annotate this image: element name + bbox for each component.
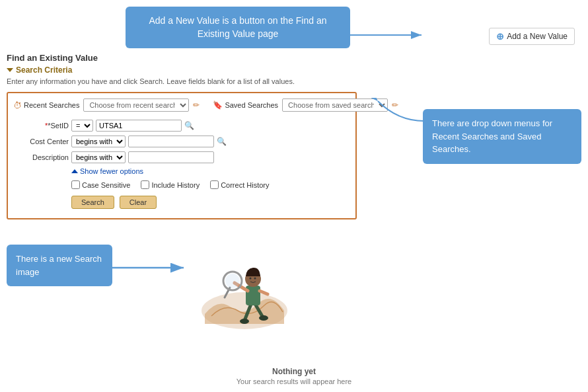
setid-label: **SetID	[16, 122, 69, 130]
edit-recent-icon[interactable]: ✏	[193, 100, 200, 110]
search-criteria-label: Search Criteria	[16, 65, 72, 75]
search-criteria-header: Search Criteria	[7, 65, 581, 75]
nothing-yet-section: Nothing yet Your search results will app…	[228, 367, 360, 385]
include-history-checkbox-label[interactable]: Include History	[141, 180, 200, 189]
nothing-yet-title: Nothing yet	[228, 367, 360, 376]
bookmark-icon: 🔖	[213, 100, 223, 110]
arrow-bottom-right	[112, 258, 192, 278]
checkboxes-row: Case Sensitive Include History Correct H…	[71, 180, 348, 189]
callout-bottom-left: There is a new Search image	[7, 245, 112, 286]
main-container: Add a New Value is a button on the Find …	[0, 0, 588, 392]
description-row: Description begins with	[16, 151, 348, 163]
show-fewer-link[interactable]: Show fewer options	[71, 167, 348, 175]
search-box: ⏱ Recent Searches Choose from recent sea…	[7, 92, 357, 219]
recent-searches-dropdown[interactable]: Choose from recent searches	[83, 98, 189, 112]
svg-point-17	[250, 278, 252, 280]
description-input[interactable]	[128, 151, 214, 163]
expand-icon	[71, 169, 78, 173]
svg-point-18	[254, 278, 256, 280]
svg-rect-10	[246, 286, 260, 305]
setid-operator-dropdown[interactable]: =	[71, 120, 93, 132]
callout-right: There are drop down menus for Recent Sea…	[423, 109, 581, 164]
clock-icon: ⏱	[13, 100, 22, 110]
description-operator-dropdown[interactable]: begins with	[71, 151, 126, 163]
case-sensitive-checkbox[interactable]	[71, 180, 80, 189]
svg-point-9	[259, 315, 268, 321]
description-label: Description	[16, 153, 69, 161]
callout-bottom-text: There is a new Search image	[16, 254, 102, 277]
buttons-row: Search Clear	[71, 196, 348, 209]
cost-center-operator-dropdown[interactable]: begins with	[71, 136, 126, 147]
instruction-text: Enter any information you have and click…	[7, 77, 581, 85]
cost-center-label: Cost Center	[16, 137, 69, 145]
plus-circle-icon: ⊕	[496, 31, 504, 42]
nothing-yet-subtitle: Your search results will appear here	[228, 377, 360, 385]
form-section: **SetID = 🔍 Cost Center begins with 🔍	[13, 116, 350, 213]
search-illustration	[192, 245, 297, 337]
setid-input[interactable]	[96, 120, 182, 132]
cost-center-row: Cost Center begins with 🔍	[16, 136, 348, 147]
callout-top-text: Add a New Value is a button on the Find …	[149, 15, 326, 39]
show-fewer-label: Show fewer options	[80, 167, 143, 175]
cost-center-input[interactable]	[128, 136, 214, 147]
recent-searches-label: ⏱ Recent Searches	[13, 100, 79, 110]
svg-point-14	[225, 274, 240, 288]
correct-history-checkbox-label[interactable]: Correct History	[210, 180, 269, 189]
callout-right-text: There are drop down menus for Recent Sea…	[432, 118, 552, 154]
recent-saved-row: ⏱ Recent Searches Choose from recent sea…	[13, 98, 350, 112]
arrow-right-callout	[371, 98, 424, 124]
bottom-section: There is a new Search image	[7, 245, 581, 337]
callout-top: Add a New Value is a button on the Find …	[126, 7, 350, 48]
arrow-top-right	[350, 25, 429, 45]
setid-search-icon[interactable]: 🔍	[184, 121, 194, 130]
add-new-value-button[interactable]: ⊕ Add a New Value	[489, 28, 575, 45]
svg-point-8	[240, 319, 249, 324]
case-sensitive-checkbox-label[interactable]: Case Sensitive	[71, 180, 130, 189]
setid-row: **SetID = 🔍	[16, 120, 348, 132]
collapse-icon[interactable]	[7, 68, 13, 72]
clear-button[interactable]: Clear	[120, 196, 157, 209]
include-history-checkbox[interactable]	[141, 180, 149, 189]
cost-center-search-icon[interactable]: 🔍	[217, 137, 227, 146]
find-existing-title: Find an Existing Value	[7, 53, 581, 63]
search-button[interactable]: Search	[71, 196, 114, 209]
correct-history-checkbox[interactable]	[210, 180, 219, 189]
add-new-value-label: Add a New Value	[507, 32, 568, 41]
saved-searches-label: 🔖 Saved Searches	[213, 100, 278, 110]
